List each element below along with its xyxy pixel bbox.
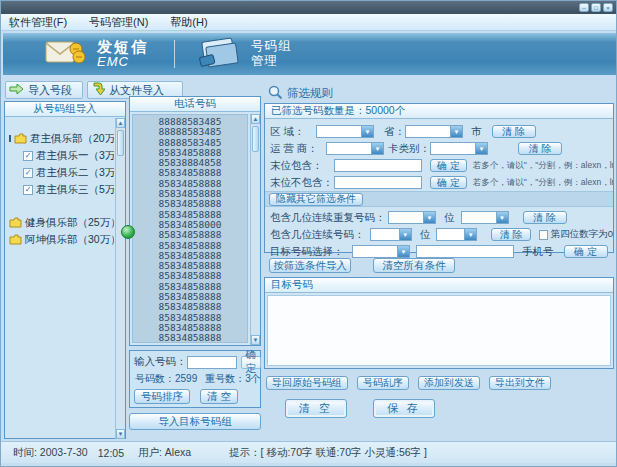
import-target-group-button[interactable]: 导入目标号码组	[129, 413, 261, 430]
target-number-area[interactable]	[267, 295, 611, 366]
repeat-digits-label: 包含几位连续重复号码：	[270, 211, 388, 225]
clear-numbers-button[interactable]: 清 空	[200, 389, 238, 404]
filtered-count-text: 已筛选号码数量是：50000个	[271, 104, 405, 118]
clear-button[interactable]: 清 空	[285, 399, 347, 418]
clear-all-conditions-button[interactable]: 清空所有条件	[373, 258, 455, 273]
close-icon[interactable]: ×	[603, 3, 613, 12]
tree-item[interactable]: ✓君主俱乐一（3万）	[6, 147, 114, 164]
tree-item-label: 君主俱乐一（3万）	[36, 149, 114, 163]
chevron-down-icon[interactable]: ▼	[399, 229, 411, 240]
carrier-select[interactable]: ▼	[326, 142, 384, 155]
maximize-icon[interactable]: □	[591, 3, 601, 12]
scroll-down-icon[interactable]: ▼	[116, 429, 125, 439]
header-banner: 发短信 EMC 号码组 管理	[3, 33, 616, 75]
tree-item[interactable]: ✓君主俱乐二（3万）	[6, 164, 114, 181]
check-icon: ✓	[23, 168, 33, 178]
menu-item-2[interactable]: 帮助(H)	[170, 15, 207, 30]
module-line2: 管理	[251, 54, 292, 69]
chevron-down-icon[interactable]: ▼	[475, 143, 487, 154]
serial-digits-value-select[interactable]: ▼	[436, 228, 477, 241]
suffix-include-confirm-button[interactable]: 确 定	[430, 159, 467, 172]
repeat-digits-value-select[interactable]: ▼	[461, 211, 509, 224]
digit-unit-label: 位	[420, 228, 431, 242]
serial-digits-clear-button[interactable]: 清 除	[491, 228, 531, 241]
status-clock: 12:05	[98, 447, 124, 459]
suffix-include-label: 末位包含：	[270, 159, 334, 173]
target-confirm-button[interactable]: 确 定	[564, 245, 608, 258]
repeat-digits-select[interactable]: ▼	[388, 211, 436, 224]
serial-digits-label: 包含几位连续号码：	[270, 228, 370, 242]
scroll-down-icon[interactable]: ▼	[251, 335, 260, 345]
folder-icon	[9, 217, 22, 228]
hide-conditions-button[interactable]: 隐藏其它筛选条件	[269, 193, 363, 206]
save-button[interactable]: 保 存	[373, 399, 435, 418]
module-title: 号码组 管理	[251, 39, 292, 69]
status-hint: 提示：[ 移动:70字 联通:70字 小灵通:56字 ]	[229, 446, 427, 460]
chevron-down-icon[interactable]: ▼	[496, 212, 508, 223]
sort-numbers-button[interactable]: 号码排序	[134, 389, 190, 404]
target-number-select[interactable]: ▼	[352, 245, 410, 258]
card-type-select[interactable]: ▼	[430, 142, 488, 155]
chevron-down-icon[interactable]: ▼	[397, 246, 409, 257]
scroll-up-icon[interactable]: ▲	[251, 114, 260, 124]
menu-item-1[interactable]: 号码管理(N)	[89, 15, 148, 30]
scroll-thumb[interactable]	[117, 130, 124, 156]
scroll-up-icon[interactable]: ▲	[116, 118, 125, 128]
import-segment-button[interactable]: 导入号段	[5, 81, 83, 99]
tree-item[interactable]: 君主俱乐部（20万）	[6, 130, 114, 147]
chevron-down-icon[interactable]: ▼	[371, 143, 383, 154]
folder-icon	[9, 234, 22, 245]
menubar: 软件管理(F)号码管理(N)帮助(H)	[1, 14, 616, 31]
target-number-input[interactable]	[416, 245, 514, 258]
suffix-exclude-row: 末位不包含： 确 定 若多个，请以"，"分割，例：alexn，lmn，alexn…	[265, 174, 613, 191]
shuffle-numbers-button[interactable]: 号码乱序	[357, 376, 409, 390]
repeat-digits-row: 包含几位连续重复号码： ▼ 位 ▼ 清 除	[265, 209, 613, 226]
transfer-green-button[interactable]	[121, 225, 135, 239]
export-to-file-button[interactable]: 导出到文件	[489, 376, 551, 390]
export-back-original-button[interactable]: 导回原始号码组	[266, 376, 348, 390]
chevron-down-icon[interactable]: ▼	[464, 229, 476, 240]
titlebar: – □ ×	[1, 1, 616, 14]
province-select[interactable]: ▼	[405, 125, 463, 138]
region-clear-button[interactable]: 清 除	[492, 125, 536, 138]
phone-number[interactable]: 85834858888	[133, 333, 247, 343]
minimize-icon[interactable]: –	[579, 3, 589, 12]
chevron-down-icon[interactable]: ▼	[450, 126, 462, 137]
tree-node-icon[interactable]	[9, 135, 11, 142]
add-to-send-button[interactable]: 添加到发送	[418, 376, 480, 390]
scroll-thumb[interactable]	[252, 126, 259, 152]
import-by-filter-button[interactable]: 按筛选条件导入	[269, 258, 351, 273]
fourth-digit-label: 第四位数字为0	[551, 228, 613, 241]
statusbar: 时间: 2003-7-30 12:05 用户: Alexa 提示：[ 移动:70…	[1, 441, 616, 463]
main-actions-row: 清 空 保 存	[285, 399, 615, 418]
phone-panel-header: 电话号码	[130, 97, 260, 112]
window-controls: – □ ×	[579, 3, 613, 12]
check-icon: ✓	[23, 151, 33, 161]
multi-value-hint: 若多个，请以"，"分割，例：alexn，lmn，alexn.net。	[473, 177, 613, 189]
import-segment-wrap: 导入号段	[5, 81, 83, 99]
fourth-digit-checkbox[interactable]	[539, 230, 548, 240]
region-select[interactable]: ▼	[316, 125, 374, 138]
suffix-exclude-confirm-button[interactable]: 确 定	[430, 176, 467, 189]
filter-actions-row: 按筛选条件导入 清空所有条件	[269, 258, 455, 273]
app-title: 发短信 EMC	[97, 39, 148, 68]
suffix-exclude-input[interactable]	[334, 176, 422, 189]
suffix-include-input[interactable]	[334, 159, 422, 172]
chevron-down-icon[interactable]: ▼	[361, 126, 373, 137]
duplicate-count: 重号数：3个	[205, 372, 261, 386]
carrier-clear-button[interactable]: 清 除	[518, 142, 562, 155]
tree-item[interactable]: 阿坤俱乐部（30万）	[6, 231, 114, 248]
target-panel: 目标号码	[264, 277, 614, 369]
folder-icon	[14, 133, 27, 144]
serial-digits-select[interactable]: ▼	[370, 228, 411, 241]
repeat-digits-clear-button[interactable]: 清 除	[523, 211, 567, 224]
tree-item[interactable]: ✓君主俱乐三（5万）	[6, 181, 114, 198]
number-confirm-button[interactable]: 确定	[241, 356, 262, 369]
menu-item-0[interactable]: 软件管理(F)	[9, 15, 67, 30]
tree-item[interactable]: 健身俱乐部（25万）	[6, 214, 114, 231]
suffix-include-row: 末位包含： 确 定 若多个，请以"，"分割，例：alexn，lmn，alexn.…	[265, 157, 613, 174]
folder-stack-icon	[197, 36, 241, 72]
number-input[interactable]	[187, 356, 237, 369]
chevron-down-icon[interactable]: ▼	[423, 212, 435, 223]
filtered-count-header: 已筛选号码数量是：50000个	[265, 104, 613, 119]
